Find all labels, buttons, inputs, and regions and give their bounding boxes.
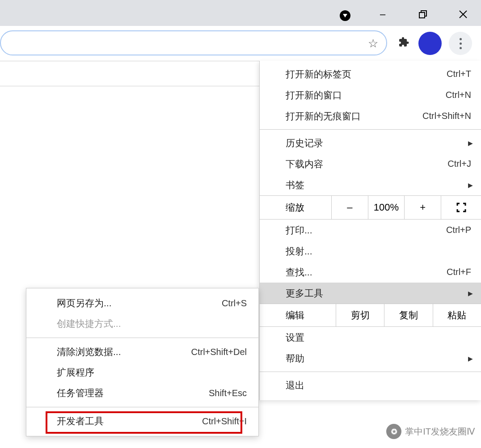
- menu-separator: [260, 129, 481, 130]
- zoom-out-button[interactable]: –: [331, 196, 368, 219]
- menu-settings[interactable]: 设置: [260, 327, 481, 348]
- submenu-create-shortcut: 创建快捷方式...: [26, 313, 258, 334]
- window-minimize-button[interactable]: –: [369, 5, 396, 23]
- menu-zoom-row: 缩放 – 100% +: [260, 195, 481, 220]
- window-maximize-button[interactable]: [409, 5, 436, 23]
- chevron-right-icon: ▶: [468, 139, 473, 147]
- edit-copy-button[interactable]: 复制: [384, 304, 432, 326]
- zoom-in-button[interactable]: +: [404, 196, 441, 219]
- submenu-separator: [26, 338, 258, 338]
- menu-print[interactable]: 打印...Ctrl+P: [260, 220, 481, 241]
- watermark: ✪ 掌中IT发烧友圈Ⅳ: [386, 424, 475, 439]
- chevron-right-icon: ▶: [468, 355, 473, 362]
- main-menu: 打开新的标签页Ctrl+T 打开新的窗口Ctrl+N 打开新的无痕窗口Ctrl+…: [259, 61, 481, 400]
- menu-help[interactable]: 帮助▶: [260, 348, 481, 369]
- more-tools-submenu: 网页另存为...Ctrl+S 创建快捷方式... 清除浏览数据...Ctrl+S…: [26, 288, 259, 436]
- menu-separator: [260, 372, 481, 372]
- fullscreen-button[interactable]: [441, 196, 481, 219]
- fullscreen-icon: [456, 203, 466, 212]
- menu-find[interactable]: 查找...Ctrl+F: [260, 262, 481, 283]
- window-close-button[interactable]: [450, 5, 477, 23]
- menu-edit-row: 编辑 剪切 复制 粘贴: [260, 304, 481, 327]
- menu-cast[interactable]: 投射...: [260, 241, 481, 262]
- address-bar[interactable]: ☆: [0, 30, 387, 55]
- chevron-right-icon: ▶: [468, 182, 473, 189]
- submenu-save-as[interactable]: 网页另存为...Ctrl+S: [26, 293, 258, 313]
- tab-dropdown-icon[interactable]: [340, 10, 350, 21]
- divider: [0, 86, 259, 86]
- profile-avatar[interactable]: [418, 32, 442, 55]
- submenu-clear-data[interactable]: 清除浏览数据...Ctrl+Shift+Del: [26, 342, 258, 362]
- submenu-task-manager[interactable]: 任务管理器Shift+Esc: [26, 383, 258, 403]
- menu-more-tools[interactable]: 更多工具▶: [260, 283, 481, 304]
- menu-incognito[interactable]: 打开新的无痕窗口Ctrl+Shift+N: [260, 106, 481, 127]
- bookmark-star-icon[interactable]: ☆: [368, 37, 378, 51]
- menu-new-tab[interactable]: 打开新的标签页Ctrl+T: [260, 63, 481, 85]
- window-titlebar: –: [0, 0, 481, 26]
- minimize-icon: –: [380, 8, 385, 20]
- divider: [0, 61, 259, 61]
- watermark-text: 掌中IT发烧友圈Ⅳ: [405, 426, 475, 438]
- svg-rect-0: [419, 13, 425, 18]
- edit-paste-button[interactable]: 粘贴: [433, 304, 481, 326]
- menu-bookmarks[interactable]: 书签▶: [260, 174, 481, 195]
- browser-toolbar: ☆: [0, 26, 481, 60]
- wechat-icon: ✪: [386, 424, 401, 439]
- close-icon: [459, 10, 468, 19]
- menu-downloads[interactable]: 下载内容Ctrl+J: [260, 153, 481, 174]
- menu-new-window[interactable]: 打开新的窗口Ctrl+N: [260, 85, 481, 106]
- extensions-icon[interactable]: [399, 37, 409, 51]
- zoom-value: 100%: [368, 196, 405, 219]
- maximize-icon: [418, 10, 427, 19]
- zoom-label: 缩放: [260, 201, 331, 214]
- submenu-separator: [26, 407, 258, 407]
- chevron-right-icon: ▶: [468, 290, 473, 297]
- menu-exit[interactable]: 退出: [260, 375, 481, 396]
- edit-label: 编辑: [260, 309, 336, 321]
- main-menu-button[interactable]: [449, 32, 472, 55]
- edit-cut-button[interactable]: 剪切: [336, 304, 384, 326]
- submenu-extensions[interactable]: 扩展程序: [26, 362, 258, 383]
- menu-history[interactable]: 历史记录▶: [260, 132, 481, 153]
- submenu-dev-tools[interactable]: 开发者工具Ctrl+Shift+I: [26, 411, 258, 431]
